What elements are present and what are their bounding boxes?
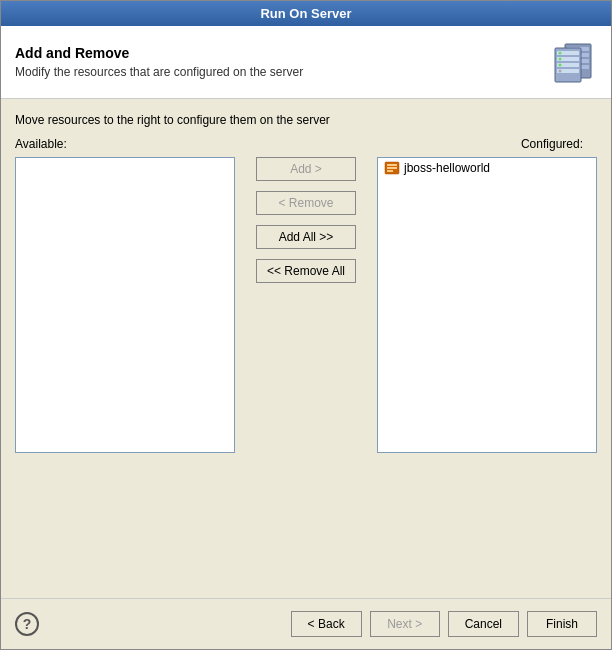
lists-area: Add > < Remove Add All >> << Remove All	[15, 157, 597, 598]
configured-item-label: jboss-helloworld	[404, 161, 490, 175]
instructions-text: Move resources to the right to configure…	[15, 113, 597, 127]
header-text: Add and Remove Modify the resources that…	[15, 45, 303, 79]
available-list[interactable]	[15, 157, 235, 453]
labels-row: Available: Configured:	[15, 137, 597, 151]
configured-list[interactable]: jboss-helloworld	[377, 157, 597, 453]
body-section: Move resources to the right to configure…	[1, 99, 611, 598]
add-all-button[interactable]: Add All >>	[256, 225, 356, 249]
help-button[interactable]: ?	[15, 612, 39, 636]
content-area: Add and Remove Modify the resources that…	[1, 26, 611, 649]
remove-button[interactable]: < Remove	[256, 191, 356, 215]
configured-label: Configured:	[521, 137, 583, 151]
svg-point-12	[559, 64, 562, 67]
finish-button[interactable]: Finish	[527, 611, 597, 637]
add-button[interactable]: Add >	[256, 157, 356, 181]
header-section: Add and Remove Modify the resources that…	[1, 26, 611, 99]
remove-all-button[interactable]: << Remove All	[256, 259, 356, 283]
middle-buttons: Add > < Remove Add All >> << Remove All	[235, 157, 377, 283]
svg-point-13	[559, 70, 562, 73]
available-label: Available:	[15, 137, 67, 151]
window-title: Run On Server	[260, 6, 351, 21]
header-heading: Add and Remove	[15, 45, 303, 61]
footer-left: ?	[15, 612, 39, 636]
next-button[interactable]: Next >	[370, 611, 440, 637]
svg-rect-17	[387, 170, 393, 172]
server-icon	[549, 38, 597, 86]
cancel-button[interactable]: Cancel	[448, 611, 519, 637]
svg-rect-16	[387, 167, 397, 169]
footer-right: < Back Next > Cancel Finish	[291, 611, 597, 637]
svg-point-11	[559, 58, 562, 61]
app-icon	[384, 160, 400, 176]
svg-point-10	[559, 52, 562, 55]
back-button[interactable]: < Back	[291, 611, 362, 637]
svg-rect-15	[387, 164, 397, 166]
header-description: Modify the resources that are configured…	[15, 65, 303, 79]
title-bar: Run On Server	[1, 1, 611, 26]
footer: ? < Back Next > Cancel Finish	[1, 598, 611, 649]
main-window: Run On Server Add and Remove Modify the …	[0, 0, 612, 650]
list-item[interactable]: jboss-helloworld	[378, 158, 596, 178]
